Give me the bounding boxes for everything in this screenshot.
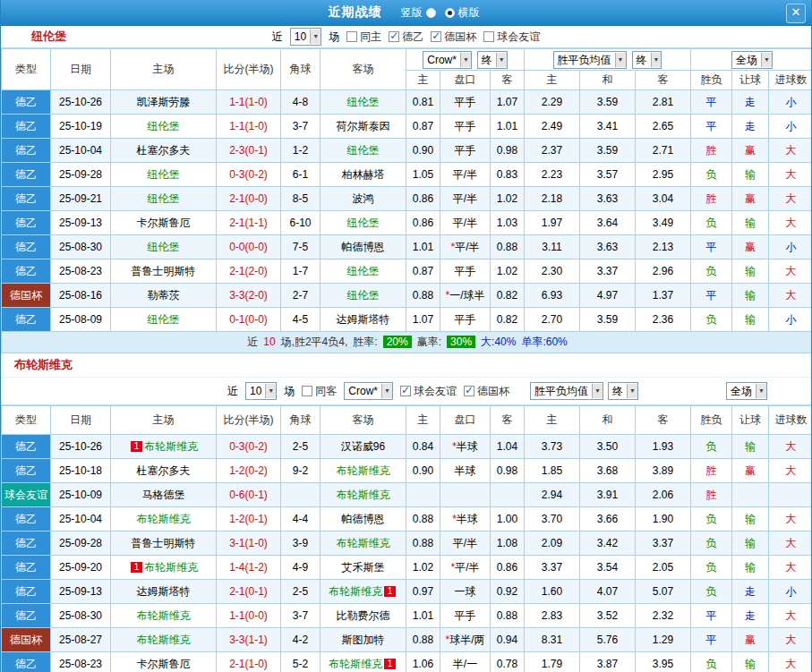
filter-cup-checkbox[interactable]: 德国杯 [464,384,509,399]
date-cell: 25-10-26 [51,90,111,115]
result-handicap-cell: 赢 [732,628,769,652]
match-count-select[interactable]: 10▼ [290,28,321,46]
league-cell: 德乙 [2,115,51,139]
avg-draw-cell: 3.59 [580,90,636,115]
avg-time-select[interactable]: 终▼ [632,51,662,69]
avg-away-cell: 2.81 [636,90,691,115]
team-name: 纽伦堡 [347,144,380,157]
layout-horizontal-option[interactable]: 横版 [445,5,480,21]
chevron-down-icon: ▼ [615,53,626,67]
avg-home-cell: 6.93 [525,284,580,308]
handicap-cell: 半球 [440,459,491,483]
away-team-cell: 布轮斯维克 [321,483,406,507]
home-odds-cell: 0.88 [406,507,440,532]
filter-same-home-checkbox[interactable]: 同主 [346,30,381,45]
corner-cell: 4-8 [281,90,321,115]
score-cell: 2-1(1-0) [217,652,281,672]
corner-cell: 6-10 [281,211,321,235]
date-cell: 25-09-28 [51,532,111,556]
avg-draw-cell: 3.64 [580,211,636,235]
col-odds-home: 主 [406,406,440,435]
home-odds-cell [406,483,440,507]
avg-odds-select[interactable]: 胜平负均值▼ [530,382,603,400]
result-handicap-cell: 输 [732,507,769,532]
col-score: 比分(半场) [217,49,281,90]
avg-draw-cell: 3.63 [580,187,636,211]
home-team-cell: 纽伦堡 [111,187,217,211]
match-count-select[interactable]: 10▼ [245,382,277,400]
team-name: 纽伦堡 [347,265,380,277]
chevron-down-icon: ▼ [265,384,276,398]
filter-friendly-checkbox[interactable]: 球会友谊 [400,384,457,399]
fullmatch-select[interactable]: 全场▼ [731,51,773,69]
result-handicap-cell: 走 [732,604,769,628]
away-team-cell: 布轮斯维克 [321,459,406,483]
team-name: 布轮斯维克 [144,440,198,453]
away-odds-cell: 0.83 [491,163,525,187]
avg-odds-select[interactable]: 胜平负均值▼ [553,51,627,69]
filter-cup-checkbox[interactable]: 德国杯 [431,30,476,45]
away-team-cell: 波鸿 [321,187,406,211]
col-odds-away: 客 [491,71,525,90]
avg-draw-cell: 3.66 [580,507,636,532]
filter-same-away-checkbox[interactable]: 同客 [302,384,337,399]
avg-draw-cell: 4.97 [580,284,636,308]
avg-home-cell: 2.83 [525,604,580,628]
avg-group-header: 胜平负均值▼ 终▼ [525,49,691,71]
chevron-down-icon: ▼ [651,53,662,67]
team1-filter-bar: 纽伦堡 近 10▼ 场 同主 德乙 德国杯 球会友谊 [1,26,811,48]
score-cell: 3-3(2-0) [217,284,281,308]
odds-time-select[interactable]: 终▼ [477,51,508,69]
layout-vertical-option[interactable]: 竖版 [401,5,436,21]
league-cell: 德乙 [2,139,51,163]
result-wdl-cell: 负 [691,211,732,235]
col-goals: 进球数 [769,71,812,90]
result-wdl-cell: 平 [691,235,732,259]
home-team-cell: 纽伦堡 [111,163,217,187]
handicap-cell: 平/半 [440,211,491,235]
filter-league2-checkbox[interactable]: 德乙 [389,30,423,45]
team-name: 帕德博恩 [342,513,385,525]
away-odds-cell: 1.02 [491,259,525,284]
handicap-cell: 平手 [440,139,491,163]
match-row: 德乙25-08-23普鲁士明斯特2-1(2-0)1-7纽伦堡0.87平手1.02… [2,259,812,284]
avg-time-select[interactable]: 终▼ [608,382,638,400]
bookmaker-select[interactable]: Crow*▼ [423,51,472,69]
away-team-cell: 帕德博恩 [321,507,406,532]
away-team-cell: 艾禾斯堡 [321,556,406,580]
home-team-cell: 纽伦堡 [111,235,217,259]
close-button[interactable]: ✕ [786,4,806,23]
score-cell: 0-3(0-2) [217,435,281,459]
team-name: 纽伦堡 [148,313,180,326]
team2-results-table: 类型 日期 主场 比分(半场) 角球 客场 主 盘口 客 主 和 客 胜负 让球… [1,405,812,672]
score-cell: 1-1(1-0) [217,90,281,115]
corner-cell [281,483,321,507]
matches-label: 场 [329,30,339,45]
team2-title-bar: 布轮斯维克 [1,353,811,378]
team-name: 纽伦堡 [347,289,380,302]
bookmaker-select[interactable]: Crow*▼ [344,382,393,400]
avg-draw-cell: 3.59 [580,139,636,163]
team-name: 纽伦堡 [347,96,380,108]
corner-cell: 4-2 [281,628,321,652]
handicap-star: * [452,440,457,453]
handicap-cell: 半/一 [440,652,491,672]
score-cell: 1-1(1-0) [217,115,281,139]
league-cell: 德乙 [2,211,51,235]
filter-friendly-checkbox[interactable]: 球会友谊 [483,30,540,45]
result-wdl-cell: 平 [691,90,732,115]
avg-away-cell: 1.90 [636,507,691,532]
fullmatch-select[interactable]: 全场▼ [726,382,767,400]
avg-draw-cell: 3.50 [580,435,636,459]
match-row: 球会友谊25-10-09马格德堡0-6(0-1)布轮斯维克2.943.912.0… [2,483,812,507]
stat-item: 赢率: [417,336,441,348]
result-group-header: 全场▼ [691,49,812,71]
result-goals-cell: 大 [769,652,812,672]
chevron-down-icon: ▼ [496,53,507,67]
team2-filter-group: 近 10▼ 场 同客 Crow*▼ 球会友谊 德国杯 [227,378,509,404]
home-odds-cell: 0.81 [406,90,440,115]
avg-home-cell: 2.37 [525,139,580,163]
red-card-badge: 1 [384,586,396,597]
away-team-cell: 布轮斯维克 [321,532,406,556]
result-handicap-cell: 走 [732,115,769,139]
